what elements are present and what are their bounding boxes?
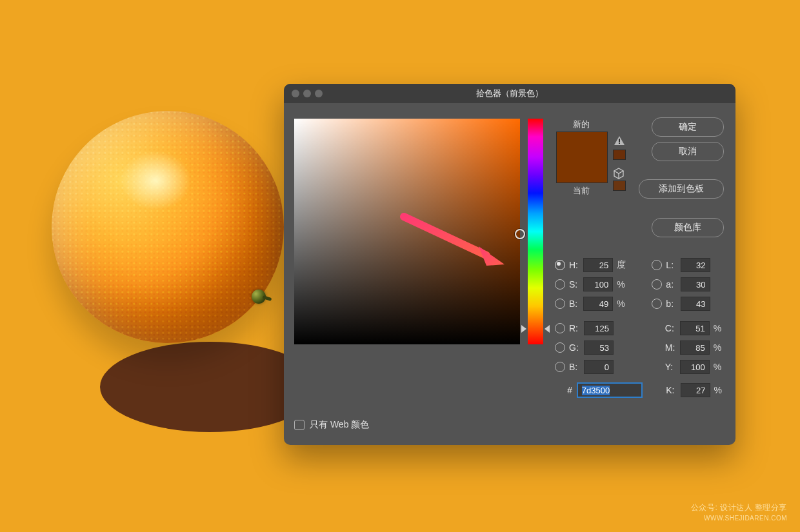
ok-button[interactable]: 确定 [652,117,724,137]
label-s: S: [569,279,579,290]
label-l: L: [666,260,676,270]
input-g[interactable] [584,340,614,355]
radio-h[interactable] [555,260,565,270]
unit-k: % [714,385,727,395]
watermark-line2: WWW.SHEJIDAREN.COM [691,513,787,523]
unit-b-hsb: % [617,299,629,309]
watermark: 公众号: 设计达人 整理分享 WWW.SHEJIDAREN.COM [691,502,787,523]
color-value-grid: H: 度 L: S: % a: B: % b: [555,255,726,400]
add-swatch-button[interactable]: 添加到色板 [639,179,724,199]
label-k: K: [666,385,676,395]
unit-y: % [714,362,726,372]
hue-pointer-right[interactable] [545,325,550,333]
input-c[interactable] [680,321,710,335]
swatch-new-label: 新的 [556,119,606,130]
input-b-lab[interactable] [681,297,710,311]
web-colors-only-label: 只有 Web 颜色 [310,419,369,431]
svg-rect-1 [619,143,620,144]
label-a: a: [666,279,676,290]
label-b-lab: b: [666,299,676,309]
radio-b-rgb[interactable] [555,362,565,372]
websafe-swatch[interactable] [613,181,626,191]
gamut-warning-swatch[interactable] [613,150,626,160]
checkbox-icon[interactable] [294,420,305,430]
hex-hash: # [566,385,573,395]
color-picker-dialog: 拾色器（前景色） 新的 当前 确定 取消 添加到色板 颜色库 H: 度 [284,84,735,445]
radio-r[interactable] [555,323,565,333]
input-m[interactable] [680,340,710,355]
input-l[interactable] [681,258,710,272]
unit-c: % [714,323,726,333]
watermark-line1: 公众号: 设计达人 整理分享 [691,502,787,513]
color-library-button[interactable]: 颜色库 [652,218,724,237]
svg-rect-0 [619,139,620,142]
orange-photo [52,111,284,343]
swatch-current-label: 当前 [556,185,606,197]
label-y: Y: [665,362,676,372]
input-b-rgb[interactable] [584,360,614,374]
hue-slider[interactable] [528,119,543,344]
input-y[interactable] [680,360,710,374]
cancel-button[interactable]: 取消 [652,142,724,161]
input-h[interactable] [583,258,613,272]
input-s[interactable] [583,277,613,291]
radio-b-hsb[interactable] [555,299,565,309]
label-b-rgb: B: [569,362,580,372]
input-k[interactable] [681,383,710,397]
dialog-title: 拾色器（前景色） [284,84,735,103]
unit-m: % [714,342,726,353]
gamut-warning-icon[interactable] [614,135,625,146]
label-h: H: [569,260,579,270]
unit-s: % [617,279,629,290]
swatch-new[interactable] [557,132,607,157]
label-c: C: [665,323,676,333]
input-b-hsb[interactable] [583,297,613,311]
input-r[interactable] [584,321,614,335]
input-hex[interactable] [577,383,642,397]
hue-pointer-left[interactable] [521,325,526,333]
websafe-cube-icon[interactable] [613,168,625,181]
dialog-titlebar[interactable]: 拾色器（前景色） [284,84,735,103]
sb-cursor[interactable] [515,229,525,239]
label-b-hsb: B: [569,299,579,309]
label-r: R: [569,323,580,333]
saturation-brightness-field[interactable] [294,119,520,344]
input-a[interactable] [681,277,710,291]
web-colors-only[interactable]: 只有 Web 颜色 [294,419,369,431]
color-swatch [556,132,608,183]
radio-g[interactable] [555,342,565,353]
radio-b-lab[interactable] [652,299,662,309]
radio-l[interactable] [652,260,662,270]
radio-s[interactable] [555,279,565,290]
swatch-current[interactable] [557,157,607,182]
unit-h: 度 [617,259,629,271]
radio-a[interactable] [652,279,662,290]
label-m: M: [665,342,676,353]
label-g: G: [569,342,580,353]
